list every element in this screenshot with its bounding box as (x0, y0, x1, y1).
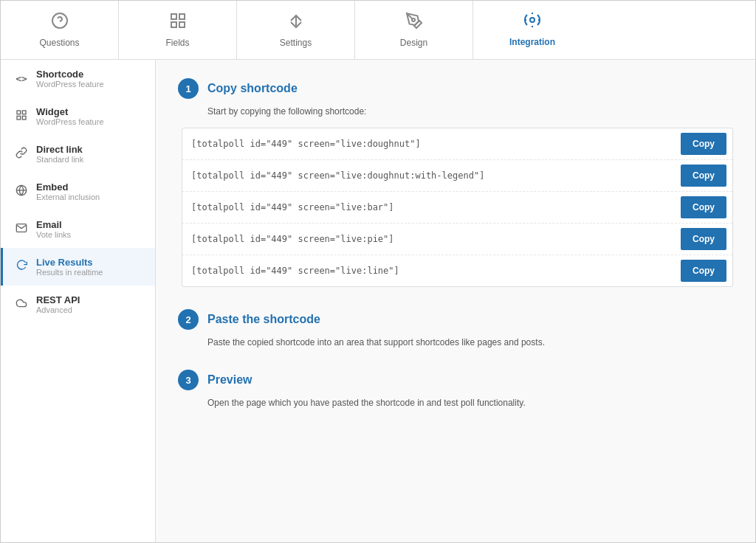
shortcode-input-4[interactable] (182, 226, 675, 252)
restapi-sublabel: Advanced (36, 305, 80, 314)
sidebar-item-liveresults[interactable]: Live Results Results in realtime (1, 248, 155, 286)
nav-fields[interactable]: Fields (119, 1, 237, 59)
email-icon (14, 222, 29, 237)
restapi-icon (14, 297, 29, 312)
settings-icon (287, 12, 305, 33)
widget-icon (14, 109, 29, 124)
step-1-desc: Start by copying the following shortcode… (207, 106, 733, 117)
shortcode-sublabel: WordPress feature (36, 80, 104, 89)
shortcode-row-2: Copy (182, 160, 732, 192)
sidebar-item-embed[interactable]: Embed External inclusion (1, 173, 155, 210)
step-1-section: 1 Copy shortcode Start by copying the fo… (178, 78, 733, 287)
svg-rect-2 (171, 14, 176, 19)
step-2-desc: Paste the copied shortcode into an area … (207, 337, 733, 347)
step-1-header: 1 Copy shortcode (178, 78, 733, 99)
step-2-header: 2 Paste the shortcode (178, 309, 733, 330)
content-area: 1 Copy shortcode Start by copying the fo… (156, 60, 755, 542)
nav-questions[interactable]: Questions (1, 1, 119, 59)
integration-icon (523, 11, 541, 32)
shortcode-icon: <> (14, 73, 29, 84)
embed-label: Embed (36, 181, 100, 193)
top-nav: Questions Fields Settings Design Integra… (1, 1, 755, 60)
step-1-title: Copy shortcode (207, 82, 298, 95)
step-2-title: Paste the shortcode (207, 313, 320, 326)
sidebar-item-directlink[interactable]: Direct link Standard link (1, 135, 155, 173)
nav-fields-label: Fields (165, 38, 189, 48)
svg-rect-12 (22, 116, 26, 120)
main-layout: <> Shortcode WordPress feature Widget Wo… (1, 60, 755, 542)
widget-sublabel: WordPress feature (36, 117, 104, 126)
shortcode-row-5: Copy (182, 255, 732, 286)
copy-button-4[interactable]: Copy (681, 228, 726, 250)
step-2-section: 2 Paste the shortcode Paste the copied s… (178, 309, 733, 347)
nav-design[interactable]: Design (355, 1, 473, 59)
copy-button-2[interactable]: Copy (681, 165, 726, 187)
shortcode-row-3: Copy (182, 192, 732, 224)
liveresults-sublabel: Results in realtime (36, 268, 103, 277)
shortcode-label: Shortcode (36, 69, 104, 80)
shortcode-input-5[interactable] (182, 258, 675, 283)
copy-button-3[interactable]: Copy (681, 196, 726, 218)
sidebar-item-restapi[interactable]: REST API Advanced (1, 286, 155, 323)
step-3-section: 3 Preview Open the page which you have p… (178, 370, 733, 408)
widget-label: Widget (36, 106, 104, 117)
email-label: Email (36, 219, 71, 230)
shortcode-list: Copy Copy Copy Copy (182, 128, 733, 287)
shortcode-row-4: Copy (182, 224, 732, 255)
svg-rect-5 (179, 22, 185, 27)
copy-button-1[interactable]: Copy (681, 133, 726, 155)
shortcode-input-2[interactable] (182, 163, 675, 188)
step-3-badge: 3 (178, 370, 199, 390)
step-2-badge: 2 (178, 309, 199, 330)
step-3-header: 3 Preview (178, 370, 733, 390)
nav-integration-label: Integration (509, 37, 555, 47)
svg-rect-10 (22, 111, 26, 114)
step-3-desc: Open the page which you have pasted the … (207, 398, 733, 408)
design-icon (405, 12, 423, 33)
nav-integration[interactable]: Integration (473, 1, 591, 59)
sidebar-item-email[interactable]: Email Vote links (1, 210, 155, 248)
email-sublabel: Vote links (36, 230, 71, 239)
sidebar: <> Shortcode WordPress feature Widget Wo… (1, 60, 156, 542)
fields-icon (169, 12, 187, 33)
app-container: Questions Fields Settings Design Integra… (0, 0, 756, 543)
nav-questions-label: Questions (39, 38, 79, 48)
svg-rect-4 (171, 22, 176, 27)
embed-sublabel: External inclusion (36, 193, 100, 201)
shortcode-input-1[interactable] (182, 131, 675, 156)
directlink-sublabel: Standard link (36, 155, 83, 164)
questions-icon (51, 12, 69, 33)
copy-button-5[interactable]: Copy (681, 260, 726, 282)
sidebar-item-widget[interactable]: Widget WordPress feature (1, 97, 155, 135)
liveresults-label: Live Results (36, 257, 103, 268)
svg-rect-3 (179, 14, 185, 19)
nav-design-label: Design (400, 38, 427, 48)
svg-point-7 (412, 18, 415, 21)
sidebar-item-shortcode[interactable]: <> Shortcode WordPress feature (1, 60, 155, 97)
restapi-label: REST API (36, 294, 80, 305)
svg-rect-9 (17, 111, 21, 114)
liveresults-icon (14, 260, 29, 274)
nav-settings-label: Settings (280, 38, 312, 48)
directlink-label: Direct link (36, 144, 83, 155)
step-1-badge: 1 (178, 78, 199, 99)
shortcode-input-3[interactable] (182, 195, 675, 220)
directlink-icon (14, 147, 29, 162)
step-3-title: Preview (207, 373, 252, 387)
embed-icon (14, 184, 29, 199)
shortcode-row-1: Copy (182, 128, 732, 160)
svg-point-8 (530, 18, 535, 22)
nav-settings[interactable]: Settings (237, 1, 355, 59)
svg-rect-11 (17, 116, 21, 120)
